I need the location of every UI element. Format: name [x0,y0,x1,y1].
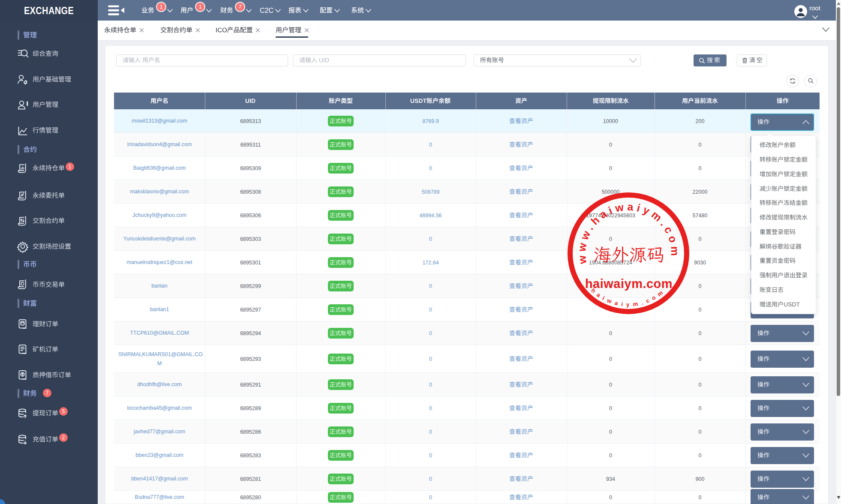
svg-text:haiwaiym.com: haiwaiym.com [585,277,673,291]
